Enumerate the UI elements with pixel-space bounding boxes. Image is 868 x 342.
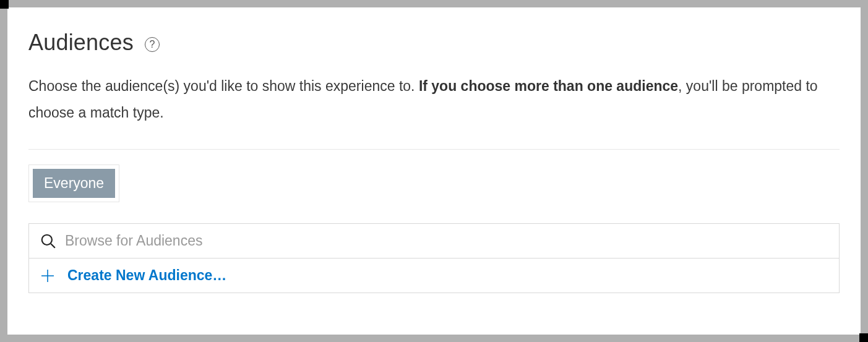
plus-icon [40, 268, 55, 283]
selection-corner-br [859, 333, 868, 342]
search-input[interactable] [65, 233, 828, 249]
description-prefix: Choose the audience(s) you'd like to sho… [28, 78, 419, 94]
divider [28, 149, 840, 150]
help-icon[interactable]: ? [145, 37, 160, 52]
search-row[interactable] [29, 224, 839, 259]
audience-list-box: Create New Audience… [28, 223, 840, 293]
svg-line-1 [51, 244, 55, 248]
selected-audience-container: Everyone [28, 165, 119, 202]
audience-chip-everyone[interactable]: Everyone [33, 169, 115, 198]
create-audience-button[interactable]: Create New Audience… [29, 259, 839, 293]
header-row: Audiences ? [28, 30, 840, 56]
selection-corner-tl [0, 0, 9, 9]
description-bold: If you choose more than one audience [419, 78, 678, 94]
page-title: Audiences [28, 30, 134, 56]
create-audience-label: Create New Audience… [67, 267, 226, 284]
search-icon [40, 233, 56, 249]
svg-point-0 [42, 234, 52, 244]
audiences-panel: Audiences ? Choose the audience(s) you'd… [7, 7, 861, 335]
description-text: Choose the audience(s) you'd like to sho… [28, 73, 840, 126]
